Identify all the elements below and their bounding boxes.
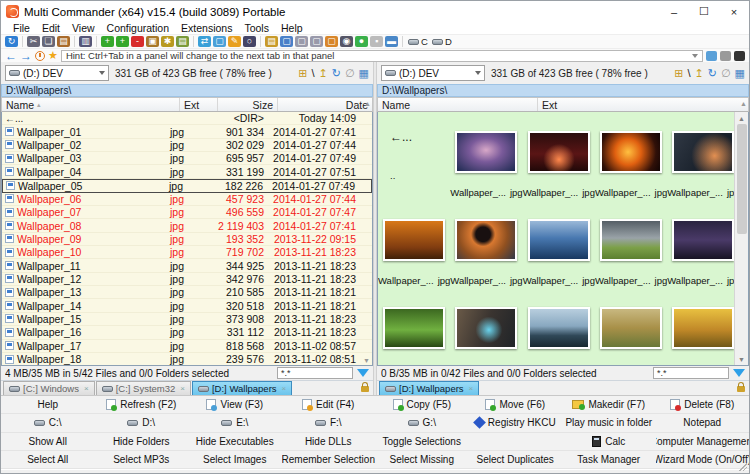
button-show-all[interactable]: Show All	[1, 433, 95, 451]
file-row[interactable]: Wallpaper_12jpg342 9762013-11-21 18:23	[2, 273, 372, 286]
file-row[interactable]: Wallpaper_18jpg239 5762013-11-02 08:51	[2, 353, 372, 366]
copy-icon[interactable]: ❏	[42, 36, 55, 47]
updir-row[interactable]: ←...<DIR>Today 14:09	[2, 112, 372, 125]
scroll-up-arrow[interactable]: ▲	[738, 112, 745, 124]
maximize-button[interactable]: ☐	[689, 1, 719, 22]
file-row[interactable]: Wallpaper_05jpg182 2262014-01-27 07:49	[2, 179, 372, 193]
thumbnail-item[interactable]: Wallpaper_...jpg	[595, 112, 667, 200]
root-icon[interactable]: \	[688, 68, 691, 79]
button-calc[interactable]: Calc	[562, 433, 656, 451]
scroll-up-arrow[interactable]: ▲	[364, 100, 371, 107]
disconnect-icon[interactable]: ∅	[721, 68, 731, 79]
button-c-[interactable]: C:\	[1, 414, 95, 432]
menu-item-edit[interactable]: Edit	[36, 22, 66, 34]
file-row[interactable]: Wallpaper_16jpg331 1122013-11-21 18:23	[2, 326, 372, 339]
tab-close-icon[interactable]: ×	[282, 384, 287, 393]
button-task-manager[interactable]: Task Manager	[562, 451, 656, 469]
column-name[interactable]: Name	[378, 98, 538, 111]
folder-tools-icon[interactable]: ▤	[265, 36, 278, 47]
button-refresh-f2-[interactable]: Refresh (F2)	[95, 396, 189, 414]
thumbnail-item[interactable]: Wallpaper_...jpg	[523, 200, 595, 288]
column-ext[interactable]: Ext	[538, 98, 748, 111]
edit-file-icon[interactable]: ✎	[228, 36, 241, 47]
parent-folder-icon[interactable]: ↥	[695, 68, 704, 79]
file-row[interactable]: Wallpaper_03jpg695 9572014-01-27 07:49	[2, 152, 372, 165]
refresh-icon[interactable]: ↻	[5, 36, 18, 47]
explorer-view-icon[interactable]: ▦	[359, 68, 369, 79]
button-computer-management[interactable]: Computer Management	[656, 433, 750, 451]
panel-layout-icon[interactable]: ▥	[79, 36, 92, 47]
tab--d-wallpapers[interactable]: [D:] Wallpapers×	[192, 381, 292, 395]
file-row[interactable]: Wallpaper_13jpg210 5852013-11-21 18:21	[2, 286, 372, 299]
menu-item-extensions[interactable]: Extensions	[175, 22, 238, 34]
file-row[interactable]: Wallpaper_11jpg344 9252013-11-21 18:23	[2, 259, 372, 272]
doc-orange-icon[interactable]: ▢	[325, 36, 338, 47]
file-row[interactable]: Wallpaper_17jpg818 5682013-11-02 08:57	[2, 340, 372, 353]
toolbar-drive-c[interactable]: C	[408, 36, 428, 47]
button-toggle-selections[interactable]: Toggle Selections	[375, 433, 469, 451]
button-hide-dlls[interactable]: Hide DLLs	[282, 433, 376, 451]
tab-close-icon[interactable]: ×	[180, 384, 185, 393]
folder-tree-icon[interactable]: ⊞	[674, 68, 683, 79]
right-filter-input[interactable]: *.*	[653, 367, 729, 379]
hint-dropdown-icon[interactable]	[692, 54, 698, 58]
back-icon[interactable]: ←	[5, 50, 17, 62]
file-row[interactable]: Wallpaper_09jpg193 3522013-11-22 09:15	[2, 233, 372, 246]
explorer-go-icon[interactable]	[706, 51, 717, 61]
button-select-mp3s[interactable]: Select MP3s	[95, 451, 189, 469]
button-f-[interactable]: F:\	[282, 414, 376, 432]
thumbnail-item[interactable]: Wallpaper_...jpg	[523, 288, 595, 366]
button-hide-folders[interactable]: Hide Folders	[95, 433, 189, 451]
colors-icon[interactable]: ●	[355, 36, 368, 47]
tab--c-windows[interactable]: [C:] Windows×	[3, 381, 95, 395]
thumbnail-item[interactable]: Wallpaper_...jpg	[667, 112, 739, 200]
column-ext[interactable]: Ext	[180, 98, 218, 111]
root-icon[interactable]: \	[312, 68, 315, 79]
console-icon[interactable]	[734, 51, 745, 61]
menu-item-view[interactable]: View	[66, 22, 101, 34]
right-drive-select[interactable]: (D:) DEV	[381, 65, 485, 81]
pack-icon[interactable]: ✱	[161, 36, 174, 47]
button-registry-hkcu[interactable]: Registry HKCU	[469, 414, 563, 432]
left-path-bar[interactable]: D:\Wallpapers\	[1, 84, 373, 97]
archive-icon[interactable]: ▣	[146, 36, 159, 47]
favorites-icon[interactable]: ★	[48, 50, 58, 61]
toolbar-drive-d[interactable]: D	[432, 36, 452, 47]
column-name[interactable]: Name ▴	[2, 98, 180, 111]
disabled-icon[interactable]: ▪	[370, 36, 383, 47]
button-select-missing[interactable]: Select Missing	[375, 451, 469, 469]
swap-panels-icon[interactable]: ⇄	[198, 36, 211, 47]
panel-refresh-icon[interactable]: ↻	[708, 68, 717, 79]
search-icon[interactable]: ○	[243, 36, 256, 47]
parent-folder-icon[interactable]: ↥	[319, 68, 328, 79]
scrollbar-thumb[interactable]	[737, 124, 747, 234]
thumbnail-item[interactable]: Wallpaper_...jpg	[450, 288, 522, 366]
column-size[interactable]: Size	[218, 98, 278, 111]
thumbnail-item[interactable]: Wallpaper_...jpg	[595, 288, 667, 366]
paste-icon[interactable]: ▤	[57, 36, 70, 47]
scroll-down-arrow[interactable]: ▼	[363, 357, 370, 364]
scroll-up-arrow[interactable]: ▲	[740, 100, 747, 107]
minimize-button[interactable]: –	[659, 1, 689, 22]
tab--d-wallpapers[interactable]: [D:] Wallpapers×	[379, 381, 479, 395]
menu-item-tools[interactable]: Tools	[238, 22, 275, 34]
doc-copy-icon[interactable]: ▢	[310, 36, 323, 47]
button-select-duplicates[interactable]: Select Duplicates	[469, 451, 563, 469]
button-view-f3-[interactable]: View (F3)	[188, 396, 282, 414]
column-date[interactable]: Date	[278, 98, 372, 111]
hint-field[interactable]: Hint: Ctrl+Tab in a panel will change to…	[61, 50, 703, 62]
button-g-[interactable]: G:\	[375, 414, 469, 432]
file-row[interactable]: Wallpaper_10jpg719 7022013-11-21 18:23	[2, 246, 372, 259]
thumbnail-item[interactable]: Wallpaper_...jpg	[450, 112, 522, 200]
button-select-images[interactable]: Select Images	[188, 451, 282, 469]
file-row[interactable]: Wallpaper_06jpg457 9232014-01-27 07:44	[2, 193, 372, 206]
button-delete-f8-[interactable]: Delete (F8)	[656, 396, 750, 414]
button-edit-f4-[interactable]: Edit (F4)	[282, 396, 376, 414]
right-scrollbar[interactable]: ▲ ▼	[734, 112, 748, 365]
lock-tabs-icon[interactable]	[737, 386, 745, 392]
folder-sync-icon[interactable]: ▤	[176, 36, 189, 47]
thumbnail-item[interactable]: Wallpaper_...jpg	[523, 112, 595, 200]
thumbnail-item[interactable]: Wallpaper_...jpg	[595, 200, 667, 288]
button-d-[interactable]: D:\	[95, 414, 189, 432]
button-e-[interactable]: E:\	[188, 414, 282, 432]
